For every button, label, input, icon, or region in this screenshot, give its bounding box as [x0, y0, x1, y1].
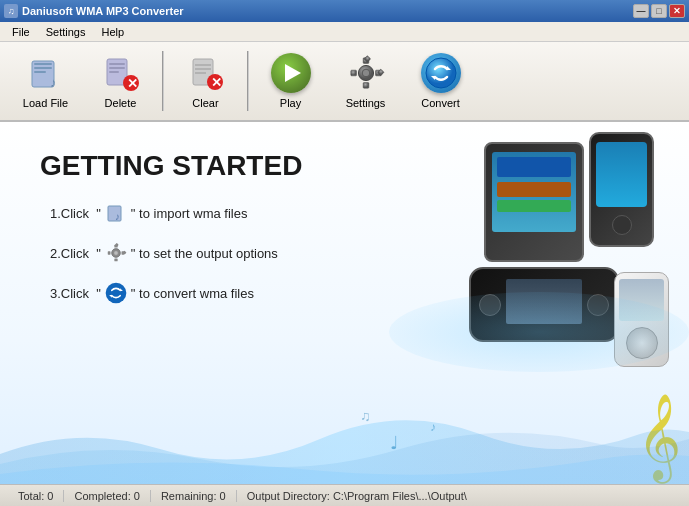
convert-button[interactable]: Convert	[403, 45, 478, 117]
svg-point-31	[114, 251, 118, 255]
play-icon	[271, 53, 311, 93]
svg-point-38	[106, 283, 127, 304]
settings-label: Settings	[346, 97, 386, 109]
wave-decoration	[0, 384, 689, 484]
play-triangle	[285, 64, 301, 82]
phone-button	[612, 215, 632, 235]
svg-rect-20	[363, 83, 369, 89]
step-1-icon: ♪	[105, 202, 127, 224]
status-total: Total: 0	[8, 490, 64, 502]
step-1-text: " to import wma files	[131, 206, 248, 221]
step-2-number: 2.Click "	[50, 246, 101, 261]
step-3-number: 3.Click "	[50, 286, 101, 301]
delete-label: Delete	[105, 97, 137, 109]
status-remaining: Remaining: 0	[151, 490, 237, 502]
settings-button[interactable]: Settings	[328, 45, 403, 117]
svg-text:♪: ♪	[115, 211, 120, 222]
app-title: Daniusoft WMA MP3 Converter	[22, 5, 184, 17]
step-1-number: 1.Click "	[50, 206, 101, 221]
toolbar-separator-2	[247, 51, 249, 111]
menu-bar: File Settings Help	[0, 22, 689, 42]
svg-rect-3	[34, 71, 46, 73]
load-file-button[interactable]: ♪ Load File	[8, 45, 83, 117]
title-bar: ♫ Daniusoft WMA MP3 Converter — □ ✕	[0, 0, 689, 22]
devices-area	[409, 132, 669, 372]
glow-effect	[389, 292, 689, 372]
play-label: Play	[280, 97, 301, 109]
svg-point-18	[362, 69, 370, 77]
play-button[interactable]: Play	[253, 45, 328, 117]
menu-file[interactable]: File	[4, 24, 38, 40]
status-bar: Total: 0 Completed: 0 Remaining: 0 Outpu…	[0, 484, 689, 506]
menu-settings[interactable]: Settings	[38, 24, 94, 40]
svg-rect-2	[34, 67, 52, 69]
title-bar-controls: — □ ✕	[633, 4, 685, 18]
title-bar-left: ♫ Daniusoft WMA MP3 Converter	[4, 4, 184, 18]
svg-rect-6	[109, 63, 125, 65]
status-output-dir: Output Directory: C:\Program Files\...\O…	[237, 490, 477, 502]
svg-rect-8	[109, 71, 119, 73]
maximize-button[interactable]: □	[651, 4, 667, 18]
close-button[interactable]: ✕	[669, 4, 685, 18]
svg-rect-33	[114, 259, 117, 262]
svg-rect-34	[108, 251, 111, 254]
load-file-label: Load File	[23, 97, 68, 109]
tablet-app1	[497, 157, 571, 177]
phone-screen	[596, 142, 647, 207]
convert-label: Convert	[421, 97, 460, 109]
tablet-app2	[497, 182, 571, 197]
delete-icon: ✕	[101, 53, 141, 93]
step-2-icon	[105, 242, 127, 264]
step-3-text: " to convert wma files	[131, 286, 254, 301]
svg-rect-1	[34, 63, 52, 65]
clear-label: Clear	[192, 97, 218, 109]
toolbar: ♪ Load File ✕ Delete	[0, 42, 689, 122]
svg-rect-7	[109, 67, 125, 69]
menu-help[interactable]: Help	[93, 24, 132, 40]
toolbar-separator-1	[162, 51, 164, 111]
main-content: GETTING STARTED 1.Click " ♪ " to import …	[0, 122, 689, 484]
settings-icon	[346, 53, 386, 93]
svg-text:✕: ✕	[211, 75, 222, 90]
convert-icon	[421, 53, 461, 93]
status-completed: Completed: 0	[64, 490, 150, 502]
svg-rect-21	[350, 70, 356, 76]
tablet-app3	[497, 200, 571, 212]
svg-point-25	[426, 58, 456, 88]
device-phone	[589, 132, 654, 247]
step-3-icon	[105, 282, 127, 304]
svg-text:♪: ♪	[50, 75, 57, 90]
clear-icon: ✕	[186, 53, 226, 93]
load-file-icon: ♪	[26, 53, 66, 93]
step-2-text: " to set the output options	[131, 246, 278, 261]
tablet-screen	[492, 152, 576, 232]
device-tablet	[484, 142, 584, 262]
clear-button[interactable]: ✕ Clear	[168, 45, 243, 117]
app-icon: ♫	[4, 4, 18, 18]
delete-button[interactable]: ✕ Delete	[83, 45, 158, 117]
svg-text:✕: ✕	[127, 76, 138, 91]
minimize-button[interactable]: —	[633, 4, 649, 18]
